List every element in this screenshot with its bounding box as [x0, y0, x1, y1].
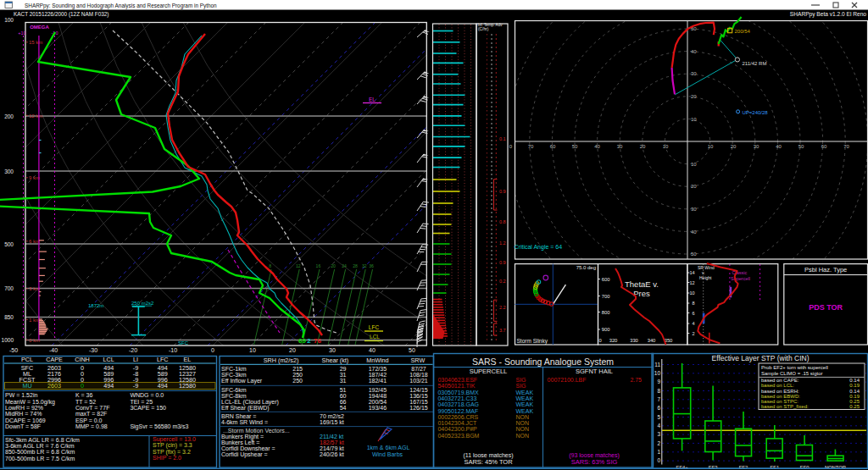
svg-text:50: 50: [409, 347, 415, 353]
svg-text:36: 36: [369, 263, 374, 268]
svg-text:4: 4: [657, 423, 660, 429]
svg-text:Sample CLIMO = .15 sigtor: Sample CLIMO = .15 sigtor: [761, 371, 823, 376]
svg-text:2.2: 2.2: [499, 305, 506, 310]
svg-text:WEAK: WEAK: [516, 395, 534, 401]
svg-text:900: 900: [602, 327, 610, 332]
svg-text:2: 2: [307, 337, 311, 345]
svg-text:EF3: EF3: [709, 465, 718, 470]
svg-text:LFC: LFC: [369, 324, 380, 330]
svg-text:60: 60: [821, 144, 827, 149]
svg-text:Supercell: Supercell: [731, 276, 750, 281]
svg-text:250 m2s2: 250 m2s2: [131, 301, 154, 306]
svg-text:14: 14: [689, 270, 694, 275]
svg-text:PW = 1.52in: PW = 1.52in: [5, 392, 37, 398]
svg-text:MidRH = 74%: MidRH = 74%: [5, 411, 42, 417]
svg-text:30: 30: [754, 144, 760, 149]
svg-text:WEAK: WEAK: [516, 401, 534, 407]
svg-text:Corfidi Upshear =: Corfidi Upshear =: [221, 451, 268, 458]
svg-text:SRW: SRW: [411, 357, 426, 364]
svg-text:based on LCL:: based on LCL:: [761, 383, 794, 388]
svg-text:69: 69: [298, 337, 306, 345]
svg-text:-10: -10: [169, 347, 177, 353]
svg-text:700: 700: [602, 294, 610, 299]
svg-text:182/57 kt: 182/57 kt: [320, 440, 344, 445]
svg-text:EF0: EF0: [800, 465, 810, 470]
svg-text:20: 20: [691, 184, 697, 189]
svg-text:850: 850: [4, 314, 14, 320]
svg-text:3 km: 3 km: [29, 286, 40, 291]
svg-text:500: 500: [4, 241, 14, 247]
svg-text:KACT 20151226/2000 (12Z NA: KACT 20151226/2000 (12Z NAM F032): [14, 11, 109, 18]
svg-text:Critical Angle = 64: Critical Angle = 64: [515, 244, 563, 251]
svg-text:LowRH = 92%: LowRH = 92%: [5, 405, 43, 411]
svg-text:SARS: 45% TOR: SARS: 45% TOR: [464, 458, 513, 466]
svg-text:SRH (m2/s2): SRH (m2/s2): [264, 357, 299, 364]
svg-text:based on STP_fixed:: based on STP_fixed:: [761, 404, 809, 409]
svg-text:0: 0: [211, 347, 214, 353]
svg-text:87/27: 87/27: [411, 366, 426, 372]
svg-text:0: 0: [599, 338, 602, 343]
svg-text:10: 10: [654, 370, 661, 376]
svg-text:EF4+: EF4+: [676, 465, 689, 470]
svg-text:194/48: 194/48: [369, 393, 387, 399]
svg-text:Height: Height: [699, 275, 712, 280]
svg-text:99050122.MAF: 99050122.MAF: [437, 408, 478, 414]
svg-text:8: 8: [657, 388, 660, 394]
svg-text:700-500mb LR = 7.5 C/km: 700-500mb LR = 7.5 C/km: [5, 456, 75, 462]
svg-text:6 km: 6 km: [29, 239, 40, 244]
svg-text:800: 800: [602, 310, 610, 315]
svg-text:1km & 6km AGL: 1km & 6km AGL: [367, 445, 410, 451]
svg-text:BRN Shear =: BRN Shear =: [221, 413, 256, 419]
svg-text:12580: 12580: [179, 382, 196, 390]
svg-text:MMP = 0.98: MMP = 0.98: [75, 423, 108, 429]
svg-text:SUPERCELL: SUPERCELL: [470, 368, 508, 375]
svg-text:SHARPpy: Sounding and Hodograp: SHARPpy: Sounding and Hodograph Analysis…: [25, 3, 217, 9]
svg-text:850-500mb LR = 6.8 C/km: 850-500mb LR = 6.8 C/km: [5, 449, 75, 455]
svg-text:20: 20: [331, 263, 336, 268]
svg-text:50: 50: [572, 144, 578, 149]
svg-text:240/26 kt: 240/26 kt: [320, 451, 344, 457]
svg-text:Inf. Temp. Adv: Inf. Temp. Adv: [478, 23, 504, 27]
svg-text:29: 29: [340, 366, 347, 372]
svg-text:494: 494: [103, 382, 114, 390]
svg-text:126/15: 126/15: [409, 405, 428, 411]
svg-text:LCL: LCL: [370, 334, 380, 340]
svg-text:SIG: SIG: [516, 383, 526, 389]
svg-text:LFC: LFC: [157, 356, 169, 363]
svg-text:11: 11: [654, 362, 660, 368]
svg-text:108/18: 108/18: [409, 372, 428, 378]
svg-text:30: 30: [329, 347, 336, 353]
svg-text:ThetaE v.: ThetaE v.: [625, 279, 659, 289]
svg-text:20: 20: [691, 94, 697, 99]
svg-text:12: 12: [689, 280, 694, 285]
svg-text:9 km: 9 km: [29, 175, 40, 180]
svg-text:200: 200: [4, 113, 14, 119]
svg-text:40: 40: [369, 347, 376, 353]
svg-text:700: 700: [4, 285, 14, 291]
svg-text:200/54: 200/54: [735, 29, 751, 34]
svg-text:54: 54: [340, 405, 347, 411]
svg-text:211/42 RM: 211/42 RM: [743, 61, 767, 66]
svg-text:CAPE: CAPE: [46, 356, 63, 363]
svg-text:DCAPE = 1069: DCAPE = 1069: [5, 417, 46, 423]
svg-text:100: 100: [4, 17, 14, 23]
svg-text:320: 320: [609, 338, 618, 343]
svg-text:20: 20: [640, 144, 646, 149]
svg-text:330: 330: [630, 338, 638, 343]
svg-text:04052323.BGM: 04052323.BGM: [437, 433, 479, 439]
svg-text:NON: NON: [516, 433, 530, 439]
svg-text:15 km: 15 km: [29, 40, 42, 45]
svg-text:SFC: SFC: [178, 340, 189, 346]
svg-text:1000: 1000: [2, 337, 14, 343]
svg-text:00072100.LBF: 00072100.LBF: [548, 377, 587, 383]
svg-text:NONTOR: NONTOR: [825, 465, 846, 470]
svg-text:40: 40: [594, 144, 600, 149]
svg-text:-20: -20: [129, 347, 137, 353]
svg-text:04032718.GAG: 04032718.GAG: [437, 401, 479, 407]
svg-text:0 km: 0 km: [29, 338, 40, 343]
svg-text:SIG: SIG: [516, 377, 526, 383]
svg-text:1872m: 1872m: [88, 303, 103, 308]
svg-text:MU: MU: [22, 382, 31, 390]
svg-text:04032721.C33: 04032721.C33: [437, 395, 476, 401]
svg-text:0.8: 0.8: [499, 219, 506, 224]
